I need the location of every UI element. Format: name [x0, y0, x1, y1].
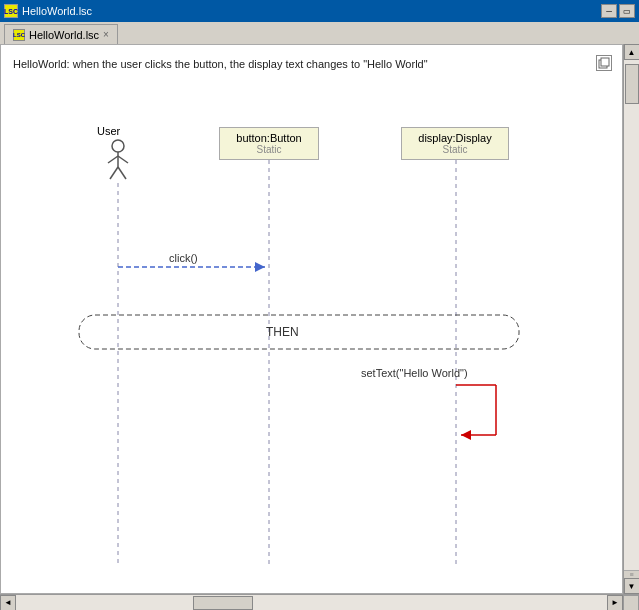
- scroll-left-button[interactable]: ◄: [0, 595, 16, 611]
- restore-button[interactable]: ▭: [619, 4, 635, 18]
- diagram-canvas: HelloWorld: when the user clicks the but…: [0, 44, 623, 594]
- diagram-svg: click() THEN setText("Hello World"): [1, 45, 622, 593]
- tab-bar: LSC HelloWorld.lsc ×: [0, 22, 639, 44]
- scroll-thumb-horizontal[interactable]: [193, 596, 253, 610]
- scroll-corner: [623, 595, 639, 611]
- scroll-track-horizontal[interactable]: [16, 595, 607, 610]
- horizontal-scrollbar: ◄ ►: [0, 594, 639, 610]
- tab-label: HelloWorld.lsc: [29, 29, 99, 41]
- window-title: HelloWorld.lsc: [22, 5, 92, 17]
- scroll-grip: ≡: [624, 570, 639, 578]
- minimize-button[interactable]: ─: [601, 4, 617, 18]
- vertical-scrollbar: ▲ ≡ ▼: [623, 44, 639, 594]
- scroll-right-button[interactable]: ►: [607, 595, 623, 611]
- svg-marker-20: [461, 430, 471, 440]
- title-bar: LSC HelloWorld.lsc ─ ▭: [0, 0, 639, 22]
- svg-marker-12: [255, 262, 265, 272]
- scroll-track-vertical[interactable]: [624, 60, 639, 570]
- main-window: LSC HelloWorld.lsc ─ ▭ LSC HelloWorld.ls…: [0, 0, 639, 610]
- tab-helloworld[interactable]: LSC HelloWorld.lsc ×: [4, 24, 118, 44]
- scroll-thumb-vertical[interactable]: [625, 64, 639, 104]
- window-controls: ─ ▭: [601, 4, 635, 18]
- scroll-down-button[interactable]: ▼: [624, 578, 640, 594]
- svg-text:THEN: THEN: [266, 325, 299, 339]
- tab-close-button[interactable]: ×: [103, 29, 109, 40]
- svg-text:click(): click(): [169, 252, 198, 264]
- app-icon: LSC: [4, 4, 18, 18]
- svg-rect-14: [79, 315, 519, 349]
- svg-text:setText("Hello World"): setText("Hello World"): [361, 367, 468, 379]
- tab-icon: LSC: [13, 29, 25, 41]
- scroll-up-button[interactable]: ▲: [624, 44, 640, 60]
